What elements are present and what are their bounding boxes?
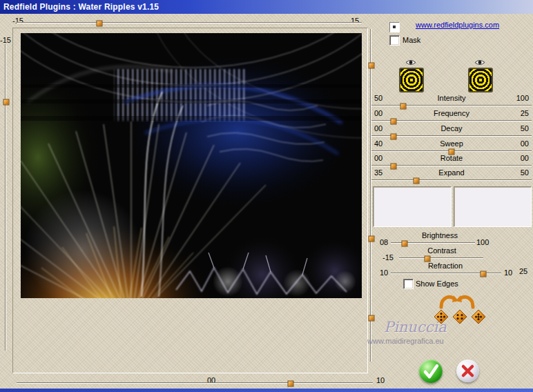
brightness-label: Brightness <box>394 231 486 239</box>
contrast-slider-handle[interactable] <box>425 255 431 262</box>
intensity-label: Intensity <box>371 94 532 102</box>
brightness-slider-handle[interactable] <box>401 240 407 246</box>
refraction-right-value: 10 <box>504 268 512 277</box>
refraction-min: 10 <box>380 268 388 277</box>
expand-max: 50 <box>521 168 529 177</box>
decay-slider-handle[interactable] <box>391 133 397 139</box>
title-bar[interactable]: Redfield Plugins : Water Ripples v1.15 <box>0 0 533 14</box>
preview-toggle-icon[interactable] <box>389 22 400 32</box>
frequency-slider-handle[interactable] <box>391 118 397 124</box>
right-slider-bottom-label: 25 <box>519 267 527 275</box>
contrast-min: -15 <box>382 253 394 262</box>
intensity-slider-handle[interactable] <box>400 103 407 109</box>
intensity-slider-track[interactable] <box>371 103 532 109</box>
apply-button[interactable] <box>419 360 443 383</box>
preview-image[interactable] <box>21 33 362 298</box>
contrast-label: Contrast <box>396 246 488 255</box>
contrast-slider-track[interactable] <box>399 255 483 262</box>
frequency-slider-track[interactable] <box>371 118 532 124</box>
top-slider-handle[interactable] <box>97 20 103 26</box>
watermark-name: Pinuccia <box>384 319 447 335</box>
watermark-site: www.maidiregrafica.eu <box>367 337 444 345</box>
decay-slider-track[interactable] <box>371 133 532 139</box>
expand-label: Expand <box>371 168 532 177</box>
right-slider-handle-c[interactable] <box>368 315 374 322</box>
random-dice-icon[interactable] <box>471 309 487 326</box>
fractal-artwork <box>21 33 362 298</box>
expand-slider-track[interactable] <box>371 177 532 184</box>
rotate-label: Rotate <box>371 154 532 162</box>
expand-slider-row: 35 Expand 50 <box>371 168 532 186</box>
cross-icon <box>456 360 479 382</box>
brightness-slider-track[interactable] <box>391 240 475 246</box>
plugin-window: Redfield Plugins : Water Ripples v1.15 -… <box>0 0 533 392</box>
eye-icon[interactable] <box>474 59 485 66</box>
refraction-slider-handle[interactable] <box>481 271 487 277</box>
check-icon <box>419 360 443 383</box>
mask-checkbox[interactable] <box>389 35 400 46</box>
ripple-pattern-thumbnail-1[interactable] <box>399 68 424 92</box>
envelope-box-left <box>373 186 452 227</box>
refraction-label: Refraction <box>399 262 492 270</box>
top-slider-track[interactable] <box>17 20 362 26</box>
bottom-slider-track[interactable] <box>17 380 373 386</box>
cancel-button[interactable] <box>456 360 479 382</box>
brightness-min: 08 <box>380 238 388 246</box>
sweep-label: Sweep <box>371 139 532 148</box>
left-slider-handle[interactable] <box>3 99 9 106</box>
left-slider-label: -15 <box>0 36 11 44</box>
expand-slider-handle[interactable] <box>413 177 419 184</box>
window-title: Redfield Plugins : Water Ripples v1.15 <box>3 2 159 12</box>
random-dice-icon[interactable] <box>452 309 469 326</box>
bottom-slider-right-label: 10 <box>376 376 385 384</box>
website-link[interactable]: www.redfieldplugins.com <box>416 21 499 29</box>
right-slider-handle-b[interactable] <box>368 235 374 242</box>
frequency-max: 25 <box>521 109 529 117</box>
window-bottom-edge <box>0 389 533 392</box>
envelope-box-right <box>454 186 532 227</box>
refraction-slider-track[interactable] <box>391 271 501 277</box>
right-slider-handle-a[interactable] <box>368 63 374 69</box>
bottom-slider-handle[interactable] <box>288 380 294 386</box>
decay-max: 50 <box>521 124 529 133</box>
sweep-max: 00 <box>521 139 529 148</box>
left-slider-track[interactable] <box>3 44 9 351</box>
mask-label: Mask <box>403 36 420 44</box>
decay-label: Decay <box>371 124 532 133</box>
frequency-label: Frequency <box>371 109 532 117</box>
brightness-max: 100 <box>476 238 489 246</box>
rotate-max: 00 <box>521 154 529 162</box>
eye-icon[interactable] <box>405 59 416 66</box>
curved-arrows-icon[interactable] <box>436 291 478 309</box>
ripple-pattern-thumbnail-2[interactable] <box>468 68 493 92</box>
show-edges-checkbox[interactable] <box>403 279 414 289</box>
show-edges-label: Show Edges <box>416 280 458 288</box>
intensity-max: 100 <box>516 94 529 102</box>
